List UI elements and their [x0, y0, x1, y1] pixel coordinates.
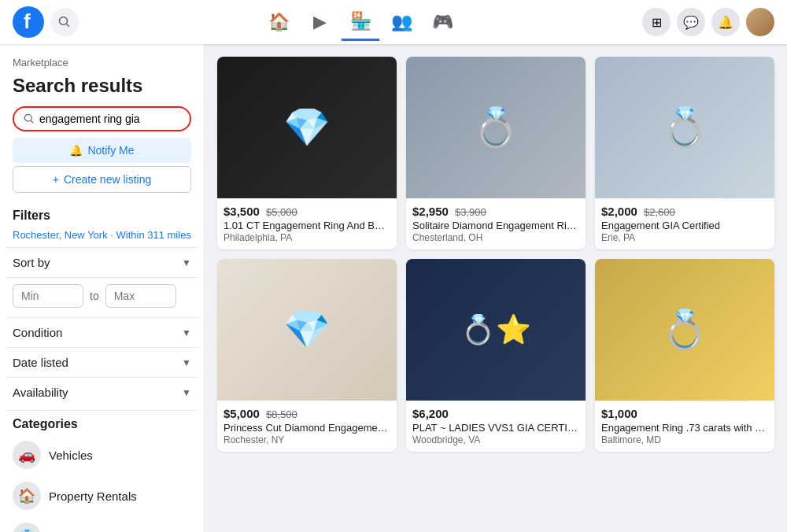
product-location: Rochester, NY — [224, 434, 390, 445]
availability-chevron-icon: ▼ — [182, 387, 191, 398]
property-rentals-icon: 🏠 — [13, 482, 41, 510]
product-old-price: $5,000 — [266, 206, 297, 218]
property-rentals-label: Property Rentals — [49, 490, 137, 503]
product-grid: 💎 $3,500 $5,000 1.01 CT Engagement Ring … — [217, 57, 774, 452]
sort-by-filter[interactable]: Sort by ▼ — [6, 247, 198, 277]
product-name: Solitaire Diamond Engagement Ring Weddin… — [412, 220, 579, 231]
product-location: Philadelphia, PA — [224, 232, 390, 243]
nav-home-button[interactable]: 🏠 — [260, 3, 297, 41]
sidebar-item-property-rentals[interactable]: 🏠 Property Rentals — [6, 475, 198, 516]
search-icon — [58, 16, 71, 28]
user-avatar[interactable] — [746, 8, 774, 36]
product-info: $3,500 $5,000 1.01 CT Engagement Ring An… — [217, 198, 397, 249]
nav-right: ⊞ 💬 🔔 — [642, 8, 774, 36]
nav-groups-button[interactable]: 👥 — [382, 3, 420, 41]
svg-text:f: f — [24, 9, 31, 33]
product-name: 1.01 CT Engagement Ring And Band — [224, 220, 390, 231]
search-box-icon — [24, 113, 35, 124]
nav-notifications-button[interactable]: 🔔 — [711, 8, 740, 36]
product-location: Chesterland, OH — [412, 232, 579, 243]
product-price: $2,000 $2,600 — [601, 205, 768, 218]
top-navigation: f 🏠 ▶ 🏪 👥 🎮 ⊞ 💬 🔔 — [0, 0, 787, 44]
product-price: $2,950 $3,900 — [412, 205, 579, 218]
svg-line-3 — [67, 24, 70, 28]
condition-filter[interactable]: Condition ▼ — [6, 317, 198, 347]
plus-icon: + — [53, 173, 59, 186]
product-name: PLAT ~ LADIES VVS1 GIA CERTIFIED ENGAGEM… — [412, 422, 579, 434]
price-min-input[interactable] — [13, 284, 83, 308]
apparel-icon: 👕 — [13, 523, 41, 532]
product-name: Engagement Ring .73 carats with VS-2 cla… — [601, 422, 768, 434]
product-old-price: $3,900 — [455, 206, 486, 218]
nav-gaming-button[interactable]: 🎮 — [423, 3, 461, 41]
sidebar-item-vehicles[interactable]: 🚗 Vehicles — [6, 434, 198, 475]
svg-line-5 — [31, 120, 33, 123]
facebook-logo-icon[interactable]: f — [13, 6, 44, 38]
main-layout: Marketplace Search results engagement ri… — [0, 44, 787, 532]
product-info: $1,000 Engagement Ring .73 carats with V… — [595, 401, 774, 452]
product-card[interactable]: 💍 $1,000 Engagement Ring .73 carats with… — [595, 259, 774, 452]
product-name: Engagement GIA Certified — [601, 220, 768, 231]
date-listed-filter[interactable]: Date listed ▼ — [6, 347, 198, 377]
filters-heading: Filters — [6, 202, 198, 226]
breadcrumb: Marketplace — [6, 54, 198, 72]
nav-grid-button[interactable]: ⊞ — [642, 8, 671, 36]
product-card[interactable]: 💍⭐ $6,200 PLAT ~ LADIES VVS1 GIA CERTIFI… — [406, 259, 586, 452]
bell-icon: 🔔 — [69, 144, 83, 157]
availability-filter[interactable]: Availability ▼ — [6, 377, 198, 407]
nav-video-button[interactable]: ▶ — [301, 3, 338, 41]
product-info: $2,000 $2,600 Engagement GIA Certified E… — [595, 198, 774, 249]
product-price: $1,000 — [601, 407, 768, 420]
nav-left: f — [13, 6, 79, 38]
search-input[interactable]: engagement ring gia — [39, 113, 180, 125]
sidebar-item-apparel[interactable]: 👕 Apparel — [6, 516, 198, 532]
product-card[interactable]: 💍 $2,000 $2,600 Engagement GIA Certified… — [595, 57, 774, 249]
page-title: Search results — [6, 72, 198, 103]
product-card[interactable]: 💍 $2,950 $3,900 Solitaire Diamond Engage… — [406, 57, 586, 249]
notify-me-button[interactable]: 🔔 Notify Me — [13, 138, 191, 163]
main-content: 💎 $3,500 $5,000 1.01 CT Engagement Ring … — [205, 44, 787, 532]
nav-messenger-button[interactable]: 💬 — [677, 8, 705, 36]
product-info: $6,200 PLAT ~ LADIES VVS1 GIA CERTIFIED … — [406, 401, 586, 452]
condition-chevron-icon: ▼ — [182, 327, 191, 338]
vehicles-icon: 🚗 — [13, 441, 41, 469]
product-old-price: $2,600 — [644, 206, 675, 218]
nav-center: 🏠 ▶ 🏪 👥 🎮 — [260, 3, 461, 41]
create-listing-button[interactable]: + Create new listing — [13, 166, 191, 193]
product-location: Baltimore, MD — [601, 434, 768, 445]
product-location: Erie, PA — [601, 232, 768, 243]
product-price: $6,200 — [412, 407, 579, 420]
sort-chevron-icon: ▼ — [182, 257, 191, 268]
nav-search-button[interactable] — [50, 8, 79, 36]
product-price: $3,500 $5,000 — [224, 205, 390, 218]
svg-point-2 — [60, 17, 68, 25]
product-card[interactable]: 💎 $3,500 $5,000 1.01 CT Engagement Ring … — [217, 57, 397, 249]
price-filter: to — [6, 277, 198, 317]
categories-heading: Categories — [6, 410, 198, 434]
nav-marketplace-button[interactable]: 🏪 — [342, 3, 379, 41]
categories-list: 🚗 Vehicles 🏠 Property Rentals 👕 Apparel … — [6, 434, 198, 532]
svg-point-4 — [24, 114, 31, 121]
product-location: Woodbridge, VA — [412, 434, 579, 445]
product-card[interactable]: 💎 $5,000 $8,500 Princess Cut Diamond Eng… — [217, 259, 397, 452]
price-max-input[interactable] — [105, 284, 176, 308]
product-info: $5,000 $8,500 Princess Cut Diamond Engag… — [217, 401, 397, 452]
price-to-label: to — [90, 290, 99, 302]
date-listed-chevron-icon: ▼ — [182, 357, 191, 368]
product-name: Princess Cut Diamond Engagement Ring — [224, 422, 390, 434]
vehicles-label: Vehicles — [49, 449, 93, 462]
product-old-price: $8,500 — [266, 408, 297, 420]
location-filter[interactable]: Rochester, New York · Within 311 miles — [6, 226, 198, 247]
product-price: $5,000 $8,500 — [224, 407, 390, 420]
product-info: $2,950 $3,900 Solitaire Diamond Engageme… — [406, 198, 586, 249]
search-box: engagement ring gia — [13, 106, 191, 131]
sidebar: Marketplace Search results engagement ri… — [0, 44, 205, 532]
